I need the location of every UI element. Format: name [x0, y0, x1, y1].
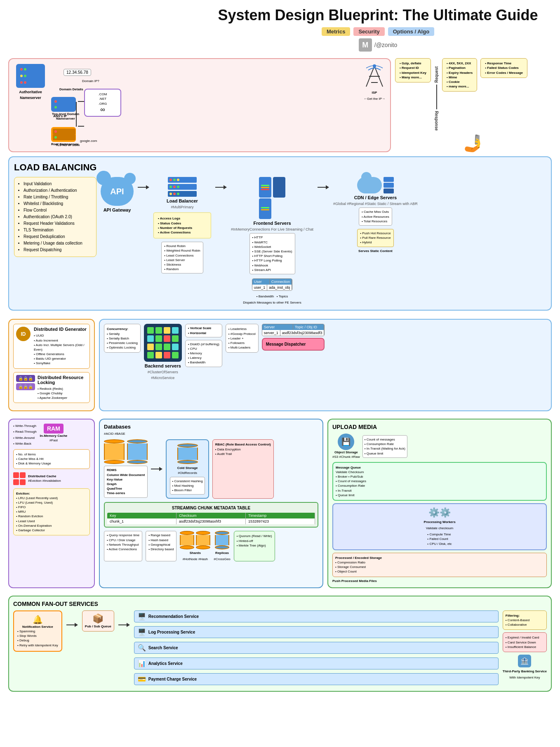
sc-top-2	[196, 531, 210, 535]
dns-inner: Authoritative Nameserver Top-level Domai…	[14, 64, 385, 146]
lb-label: Load Balancer	[167, 198, 198, 203]
cdn-s2	[384, 183, 394, 188]
bs-cell-11	[164, 344, 170, 350]
cdn-extra-1: • Push Hot Resource	[360, 231, 391, 236]
concurrency-title: Concurrency:	[107, 327, 138, 331]
q-3: • Network Throughput	[107, 542, 139, 547]
osf-2: • Consumption Rate	[365, 442, 405, 446]
bs-cell-4	[172, 327, 179, 334]
leaderless-box: • Leaderless • #Gossip Protocol • Leader…	[226, 324, 259, 353]
q-4: • Active Connections	[107, 547, 139, 551]
be-1: • Expired / Invalid Card	[506, 635, 544, 640]
encoded-items: • Compression Ratio• Storage Consumed• O…	[335, 560, 544, 574]
shard-cyl-2	[196, 531, 210, 549]
tag-metrics[interactable]: Metrics	[322, 27, 351, 36]
isp-label: ISP	[372, 90, 377, 95]
gear-icon: ⚙️⚙️	[428, 507, 451, 518]
root-dot	[54, 130, 57, 133]
backend-middle-inner: Concurrency: • Serially• Serially Batch•…	[104, 324, 547, 380]
tag-options[interactable]: Options / Algo	[388, 27, 434, 36]
scale-box: • Vertical Scale • Horizontal	[185, 324, 222, 337]
dist-cache-label-area: Distributed Cache #Eviction #Invalidatio…	[28, 474, 61, 483]
lb-algo-3: • Least Connections	[164, 253, 200, 258]
svc-analytics-icon: 📊	[138, 660, 146, 667]
ll-5: • Multi-Leaders	[228, 345, 256, 350]
proto-7: • Webhook	[252, 263, 292, 268]
ip-value: 12.34.56.78	[64, 69, 91, 76]
ag-item-10: Metering / Usage data collection	[24, 240, 93, 247]
bs-row-2	[147, 335, 179, 342]
cm-metric-3: • Disk & Memory Usage	[16, 461, 87, 466]
svc-search: 🔍 Search Service	[134, 642, 499, 654]
eviction-items: • LRU (Least Recently used) • LFU (Least…	[16, 496, 87, 533]
cm-metric-1: • No. of items	[16, 452, 87, 457]
cyl-top-1	[104, 439, 125, 443]
cdn-s1	[384, 177, 394, 182]
ld5	[173, 186, 176, 188]
fanout-extras: Filtering: • Content-Based • Collaborati…	[503, 610, 547, 680]
cdn-extra-3: • Hybrid	[360, 240, 391, 245]
bs-cell-13	[147, 352, 154, 358]
query-shards-row: • Query response time • CPU / Disk Usage…	[104, 531, 318, 561]
fe-bar3	[261, 189, 269, 190]
ag-item-9: Request Deduplication	[24, 233, 93, 240]
cyl-body-2	[127, 443, 148, 460]
range-box: • Range based • Hash based • Geographica…	[146, 531, 176, 561]
ld2	[173, 179, 176, 181]
query-box: • Query response time • CPU / Disk Usage…	[104, 531, 142, 561]
bs-cell-12	[172, 344, 179, 350]
fe-bar4	[261, 207, 269, 208]
fo-arr-head-2	[127, 623, 130, 627]
lb-arrow-2	[215, 177, 227, 189]
pubsub-box: 📦 Pub / Sub Queue	[82, 610, 114, 632]
ag-item-3: Rate Limiting / Throttling	[24, 194, 93, 200]
ll-4: • Followers	[228, 341, 256, 345]
lock-icon-2: 🔒🔒🔒	[16, 383, 35, 390]
lb-visual	[168, 177, 197, 197]
backend-label: Backend servers	[145, 363, 181, 368]
stream-table-title: STREAMING CHUNK METADATA TABLE	[107, 505, 315, 511]
lb-sublabel: #MultiPrimary	[171, 205, 193, 209]
domain-ip-label: Domain IP?	[82, 76, 99, 84]
bs-cell-15	[164, 352, 170, 358]
cold-cyl	[170, 443, 205, 464]
svg-point-4	[373, 64, 376, 68]
mq-metrics: • Count of messages• Consumption Rate• I…	[336, 479, 544, 497]
tag-security[interactable]: Security	[353, 27, 384, 36]
encoded-label: Processed / Encoded Storage	[335, 556, 544, 560]
arrow-h1	[78, 101, 84, 102]
api-gateway-list: Input Validation Authorization / Authent…	[18, 181, 93, 253]
cdn-footer: Serves Static Content	[358, 249, 393, 253]
third-party-sublabel: With Idempotent Key	[509, 675, 540, 680]
dot-r	[20, 68, 23, 71]
fe-bar5	[261, 209, 269, 210]
stream-ts-h: Timestamp	[246, 513, 315, 518]
cf-2: • Mod Hashing	[172, 483, 202, 488]
phone-visual-row: 🤳	[395, 134, 552, 153]
tld-dot2	[54, 106, 57, 108]
sc-bot-2	[196, 545, 210, 549]
bandwidth-topics: • Bandwidth • Topics	[256, 294, 288, 299]
response-label: Response	[434, 111, 439, 131]
media-files-label: Push Processed Media Files	[332, 579, 547, 583]
proto-6: • HTTP Long Polling	[252, 258, 292, 263]
db-arr-line	[151, 469, 159, 469]
request-box: • Gzip, deflate• Request ID• Idempotent …	[395, 58, 431, 82]
dist-lock-inner: 🔒🔒🔒 🔒🔒🔒 Distributed Resource Locking • R…	[16, 375, 87, 401]
lb-algos-box: • Round Robin • Weighted Round Robin • L…	[161, 242, 203, 273]
lb-note-4: • Active Connections	[158, 230, 207, 235]
lb-row-1	[168, 177, 197, 183]
cache-metrics-box: • No. of items • Cache Miss & Hit • Disk…	[13, 449, 90, 469]
pubsub-icon: 📦	[85, 613, 111, 624]
ll-2: • #Gossip Protocol	[228, 332, 256, 336]
db-t-ts: Time-series	[107, 491, 145, 495]
cm-3: • Write-Around	[13, 436, 37, 440]
st-header: Server Topic / Obj ID	[262, 324, 325, 330]
q-2: • CPU / Disk Usage	[107, 538, 139, 542]
in-memory-row: • Write-Through • Read-Through • Write-A…	[13, 424, 90, 446]
user-col-header: User	[252, 279, 270, 285]
bs-row-1	[147, 327, 179, 334]
ld8	[173, 193, 176, 195]
title-area: System Design Blueprint: The Ultimate Gu…	[204, 6, 552, 52]
tls-ns-label: TLS NS of .com	[55, 140, 80, 148]
